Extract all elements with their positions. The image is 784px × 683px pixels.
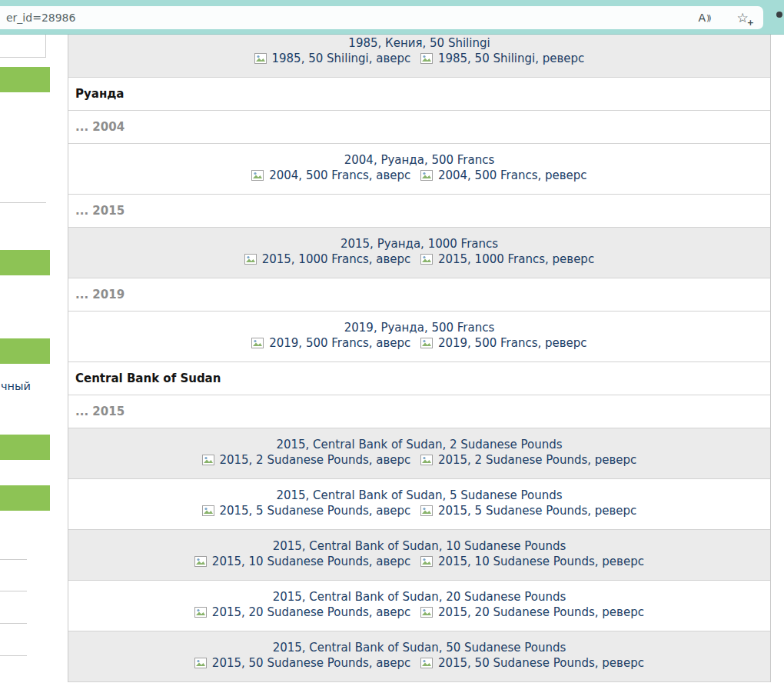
sidebar-menu-block-4[interactable]	[0, 435, 50, 460]
banknote-title: 2015, Central Bank of Sudan, 2 Sudanese …	[68, 437, 770, 452]
banknote-obverse-link[interactable]: 2015, 2 Sudanese Pounds, аверс	[202, 453, 411, 467]
address-bar-icons: A )) ☆ +	[695, 6, 752, 29]
banknote-reverse-link[interactable]: 2015, 1000 Francs, реверс	[417, 252, 594, 266]
banknote-image-links: 1985, 50 Shilingi, аверс 1985, 50 Shilin…	[68, 51, 770, 68]
banknote-title: 2015, Руанда, 1000 Francs	[68, 236, 770, 252]
banknote-image-links: 2015, 20 Sudanese Pounds, аверс 2015, 20…	[68, 605, 770, 621]
sidebar-menu-block-3[interactable]	[0, 338, 50, 364]
banknote-image-links: 2019, 500 Francs, аверс 2019, 500 Francs…	[68, 335, 770, 352]
banknote-obverse-link[interactable]: 2019, 500 Francs, аверс	[251, 336, 410, 350]
banknote-reverse-label: 2015, 2 Sudanese Pounds, реверс	[438, 453, 636, 467]
broken-image-icon	[254, 52, 267, 68]
favorites-plus-icon: +	[747, 18, 754, 28]
broken-image-icon	[420, 52, 433, 68]
sidebar-divider-2	[0, 559, 27, 560]
banknote-image-links: 2015, 2 Sudanese Pounds, аверс 2015, 2 S…	[68, 452, 770, 469]
broken-image-icon	[194, 606, 207, 621]
add-favorite-button[interactable]: ☆ +	[733, 8, 752, 27]
left-sidebar: чный	[0, 35, 68, 683]
banknote-reverse-label: 2015, 1000 Francs, реверс	[438, 252, 594, 266]
sidebar-menu-block-2[interactable]	[0, 250, 50, 275]
banknote-title: 2015, Central Bank of Sudan, 50 Sudanese…	[68, 640, 770, 655]
banknote-title: 2004, Руанда, 500 Francs	[68, 152, 770, 168]
banknote-reverse-label: 2015, 20 Sudanese Pounds, реверс	[438, 605, 644, 619]
banknote-reverse-label: 2015, 50 Sudanese Pounds, реверс	[438, 656, 644, 670]
url-text[interactable]: er_id=28986	[6, 12, 75, 24]
banknote-reverse-label: 2015, 5 Sudanese Pounds, реверс	[438, 504, 636, 518]
browser-profile-icon[interactable]	[776, 12, 782, 18]
banknote-title: 2015, Central Bank of Sudan, 10 Sudanese…	[68, 538, 770, 554]
broken-image-icon	[194, 657, 207, 672]
read-aloud-icon: A	[698, 12, 706, 23]
banknote-row: 2015, Central Bank of Sudan, 20 Sudanese…	[68, 581, 770, 631]
banknote-reverse-link[interactable]: 2015, 5 Sudanese Pounds, реверс	[417, 504, 636, 518]
banknote-obverse-link[interactable]: 2004, 500 Francs, аверс	[251, 168, 410, 182]
banknote-title: 2015, Central Bank of Sudan, 20 Sudanese…	[68, 589, 770, 605]
banknote-reverse-link[interactable]: 2015, 50 Sudanese Pounds, реверс	[417, 656, 644, 670]
broken-image-icon	[420, 606, 433, 621]
sidebar-tab-cell	[0, 35, 46, 58]
banknote-obverse-label: 2015, 10 Sudanese Pounds, аверс	[212, 555, 410, 568]
sidebar-divider-1	[0, 202, 46, 203]
banknote-row: 2015, Central Bank of Sudan, 5 Sudanese …	[68, 479, 770, 530]
banknote-obverse-link[interactable]: 2015, 50 Sudanese Pounds, аверс	[194, 656, 410, 670]
banknote-reverse-link[interactable]: 2015, 2 Sudanese Pounds, реверс	[417, 453, 636, 467]
broken-image-icon	[420, 657, 433, 672]
sidebar-menu-block-5[interactable]	[0, 485, 50, 511]
banknote-title: 2019, Руанда, 500 Francs	[68, 320, 770, 335]
broken-image-icon	[251, 337, 264, 352]
banknote-row: 2015, Central Bank of Sudan, 10 Sudanese…	[68, 530, 770, 581]
banknote-image-links: 2015, 50 Sudanese Pounds, аверс 2015, 50…	[68, 655, 770, 672]
sidebar-divider-5	[0, 655, 27, 656]
broken-image-icon	[420, 253, 433, 268]
year-group-header: ... 2015	[68, 395, 770, 428]
banknote-reverse-label: 2004, 500 Francs, реверс	[438, 168, 587, 182]
banknote-obverse-label: 2004, 500 Francs, аверс	[269, 168, 410, 182]
read-aloud-button[interactable]: A ))	[695, 8, 713, 27]
sidebar-divider-3	[0, 591, 27, 591]
read-aloud-waves-icon: ))	[706, 13, 710, 23]
broken-image-icon	[194, 555, 207, 571]
banknote-obverse-label: 1985, 50 Shilingi, аверс	[271, 52, 410, 65]
banknote-obverse-link[interactable]: 2015, 1000 Francs, аверс	[244, 252, 410, 266]
broken-image-icon	[202, 454, 214, 469]
banknote-row: 2004, Руанда, 500 Francs 2004, 500 Franc…	[68, 144, 770, 195]
banknote-reverse-link[interactable]: 2019, 500 Francs, реверс	[417, 336, 586, 350]
broken-image-icon	[420, 454, 433, 469]
broken-image-icon	[202, 505, 214, 520]
banknote-reverse-link[interactable]: 2015, 20 Sudanese Pounds, реверс	[417, 605, 644, 619]
banknote-obverse-link[interactable]: 2015, 20 Sudanese Pounds, аверс	[194, 605, 410, 619]
banknote-title: 1985, Кения, 50 Shilingi	[68, 35, 770, 51]
banknote-reverse-link[interactable]: 1985, 50 Shilingi, реверс	[417, 52, 584, 65]
banknote-reverse-label: 2015, 10 Sudanese Pounds, реверс	[438, 555, 644, 568]
country-header: Руанда	[68, 78, 770, 111]
banknote-image-links: 2015, 1000 Francs, аверс 2015, 1000 Fran…	[68, 252, 770, 268]
banknote-obverse-label: 2015, 2 Sudanese Pounds, аверс	[219, 453, 410, 467]
banknote-row: 2019, Руанда, 500 Francs 2019, 500 Franc…	[68, 312, 770, 362]
broken-image-icon	[420, 505, 433, 520]
banknote-row: 2015, Central Bank of Sudan, 50 Sudanese…	[68, 631, 770, 682]
banknote-reverse-label: 2019, 500 Francs, реверс	[438, 336, 587, 350]
banknote-obverse-link[interactable]: 1985, 50 Shilingi, аверс	[254, 52, 411, 65]
banknote-obverse-label: 2015, 50 Sudanese Pounds, аверс	[212, 656, 410, 670]
banknote-obverse-label: 2015, 5 Sudanese Pounds, аверс	[219, 504, 410, 518]
banknote-row: 2015, Central Bank of Sudan, 2 Sudanese …	[68, 428, 770, 479]
address-bar[interactable]: er_id=28986 A )) ☆ +	[0, 6, 763, 29]
banknote-obverse-label: 2015, 1000 Francs, аверс	[262, 252, 411, 266]
broken-image-icon	[251, 169, 264, 185]
banknote-obverse-link[interactable]: 2015, 5 Sudanese Pounds, аверс	[202, 504, 411, 518]
banknote-reverse-label: 1985, 50 Shilingi, реверс	[438, 52, 584, 65]
broken-image-icon	[420, 169, 433, 185]
year-group-header: ... 2004	[68, 111, 770, 144]
banknote-reverse-link[interactable]: 2004, 500 Francs, реверс	[417, 168, 586, 182]
banknote-row: 2015, Руанда, 1000 Francs 2015, 1000 Fra…	[68, 228, 770, 278]
broken-image-icon	[420, 555, 433, 571]
year-group-header: ... 2015	[68, 195, 770, 228]
banknote-obverse-label: 2015, 20 Sudanese Pounds, аверс	[212, 605, 410, 619]
sidebar-menu-block-1[interactable]	[0, 67, 50, 92]
banknote-row: 1985, Кения, 50 Shilingi 1985, 50 Shilin…	[68, 35, 770, 78]
sidebar-partial-link[interactable]: чный	[1, 380, 31, 392]
banknote-image-links: 2015, 5 Sudanese Pounds, аверс 2015, 5 S…	[68, 503, 770, 520]
banknote-reverse-link[interactable]: 2015, 10 Sudanese Pounds, реверс	[417, 555, 644, 568]
banknote-obverse-link[interactable]: 2015, 10 Sudanese Pounds, аверс	[194, 555, 410, 568]
